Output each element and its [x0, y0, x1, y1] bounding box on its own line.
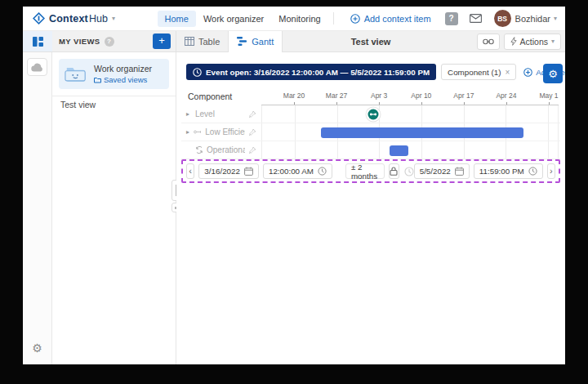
dashboard-icon [33, 37, 43, 47]
clock-icon [528, 167, 537, 176]
saved-views-label: Saved views [104, 75, 147, 84]
pin-icon[interactable] [248, 125, 256, 140]
tab-table[interactable]: Table [176, 31, 228, 52]
range-prev-button[interactable]: ‹ [186, 163, 194, 179]
my-views-sidebar: Work organizer Saved views Test view [52, 52, 176, 364]
tab-gantt[interactable]: Gantt [228, 31, 283, 52]
add-context-item-label: Add context item [364, 14, 431, 24]
filter-row: Event open: 3/16/2022 12:00:00 AM — 5/5/… [186, 64, 539, 80]
nav-tab-monitoring[interactable]: Monitoring [271, 11, 327, 27]
sync-icon [195, 145, 203, 154]
tab-table-label: Table [198, 37, 220, 47]
row-label-cell: ▸ Low Efficiency [181, 125, 261, 140]
end-date-value: 5/5/2022 [420, 167, 451, 176]
small-folder-icon [94, 77, 101, 83]
start-date-field[interactable]: 3/16/2022 [198, 163, 259, 179]
lock-icon [390, 167, 398, 176]
row-label: Level [195, 109, 215, 118]
saved-views-link[interactable]: Saved views [94, 75, 152, 84]
axis-tick: Mar 27 [326, 92, 347, 100]
component-column-header: Component [188, 92, 232, 101]
views-panel-toggle[interactable] [23, 31, 52, 51]
chevron-down-icon: ▾ [554, 15, 557, 22]
divider [333, 12, 334, 25]
settings-gear-icon[interactable]: ⚙ [23, 342, 51, 355]
axis-tick: May 1 [539, 92, 558, 100]
top-navbar: Context Hub ▾ Home Work organizer Monito… [23, 7, 565, 31]
plus-circle-icon [350, 14, 360, 24]
row-label-cell: ▸ Level [181, 107, 261, 122]
end-time-field[interactable]: 11:59:00 PM [474, 163, 543, 179]
axis-tick: Mar 20 [283, 92, 305, 100]
app-window: Context Hub ▾ Home Work organizer Monito… [23, 7, 565, 364]
end-time-value: 11:59:00 PM [479, 167, 524, 176]
clock-icon [318, 167, 327, 176]
brand-name-bold: Context [49, 13, 88, 25]
user-name: Bozhidar [515, 14, 550, 24]
gantt-icon [237, 37, 247, 46]
add-view-button[interactable]: + [153, 33, 171, 49]
timeline-range-selector: ‹ 3/16/2022 12:00:00 AM ± 2 months 5/ [181, 159, 560, 183]
gantt-rows: ▸ Level ▸ Low Efficiency [181, 105, 560, 159]
mail-icon [470, 14, 482, 23]
clock-icon [193, 68, 202, 77]
contexthub-logo-icon [33, 12, 45, 25]
row-label-cell: Operational [181, 143, 261, 158]
start-date-value: 3/16/2022 [204, 167, 240, 176]
calendar-icon [455, 167, 464, 176]
filter-chip-component[interactable]: Component (1) × [441, 64, 516, 80]
axis-tick: Apr 3 [371, 92, 387, 100]
sidebar-item-test-view[interactable]: Test view [52, 96, 176, 113]
row-label: Operational [207, 145, 245, 154]
nav-tab-work-organizer[interactable]: Work organizer [196, 11, 271, 27]
my-views-label: MY VIEWS [59, 37, 100, 46]
pin-icon[interactable] [248, 107, 256, 122]
filter-chip-label: Component (1) [448, 68, 501, 77]
share-link-button[interactable] [477, 33, 500, 50]
row-label: Low Efficiency [205, 127, 245, 136]
expand-caret-icon[interactable]: ▸ [186, 110, 192, 118]
tab-gantt-label: Gantt [252, 37, 274, 47]
link-icon [483, 38, 494, 45]
lock-range-button[interactable] [389, 163, 399, 179]
event-open-pill[interactable]: Event open: 3/16/2022 12:00:00 AM — 5/5/… [186, 64, 436, 80]
cloud-icon [31, 63, 44, 72]
calendar-icon [244, 167, 253, 176]
folder-icon [65, 65, 87, 83]
help-circle-icon[interactable]: ? [105, 37, 114, 47]
remove-filter-icon[interactable]: × [505, 68, 510, 77]
event-open-text: Event open: 3/16/2022 12:00:00 AM — 5/5/… [206, 68, 430, 77]
range-next-button[interactable]: › [547, 163, 555, 179]
left-icon-strip: ⚙ [23, 52, 52, 364]
work-organizer-title: Work organizer [94, 64, 152, 74]
avatar: BS [494, 10, 511, 27]
start-time-field[interactable]: 12:00:00 AM [263, 163, 332, 179]
brand-menu[interactable]: Context Hub ▾ [33, 12, 115, 25]
expand-caret-icon[interactable]: ▸ [186, 128, 190, 136]
cloud-sync-button[interactable] [27, 58, 47, 76]
axis-tick: Apr 17 [453, 92, 474, 100]
help-button[interactable]: ? [445, 12, 458, 25]
end-date-field[interactable]: 5/5/2022 [414, 163, 470, 179]
nav-tab-home[interactable]: Home [158, 11, 196, 27]
user-menu[interactable]: BS Bozhidar ▾ [488, 10, 557, 27]
actions-label: Actions [520, 37, 548, 47]
plus-circle-icon [523, 68, 532, 77]
pin-icon[interactable] [248, 143, 256, 158]
clock-disabled-icon [404, 167, 414, 176]
start-time-value: 12:00:00 AM [269, 167, 314, 176]
gantt-row-operational: Operational [181, 141, 560, 159]
views-toolbar: MY VIEWS ? + Table Gantt Test view [23, 31, 565, 52]
gantt-settings-button[interactable]: ⚙ [543, 64, 563, 83]
chevron-down-icon: ▾ [112, 15, 115, 22]
timeline-axis: Mar 20 Mar 27 Apr 3 Apr 10 Apr 17 Apr 24… [261, 88, 559, 105]
main-content: Event open: 3/16/2022 12:00:00 AM — 5/5/… [176, 52, 565, 364]
gantt-row-low-efficiency: ▸ Low Efficiency [181, 123, 560, 141]
view-switcher: Table Gantt Test view Actions ▾ [176, 31, 565, 51]
gear-icon: ⚙ [548, 68, 558, 80]
messages-button[interactable] [470, 14, 482, 23]
actions-button[interactable]: Actions ▾ [504, 33, 561, 50]
work-organizer-card[interactable]: Work organizer Saved views [59, 59, 169, 89]
add-context-item-button[interactable]: Add context item [350, 14, 431, 24]
axis-tick: Apr 24 [496, 92, 516, 100]
